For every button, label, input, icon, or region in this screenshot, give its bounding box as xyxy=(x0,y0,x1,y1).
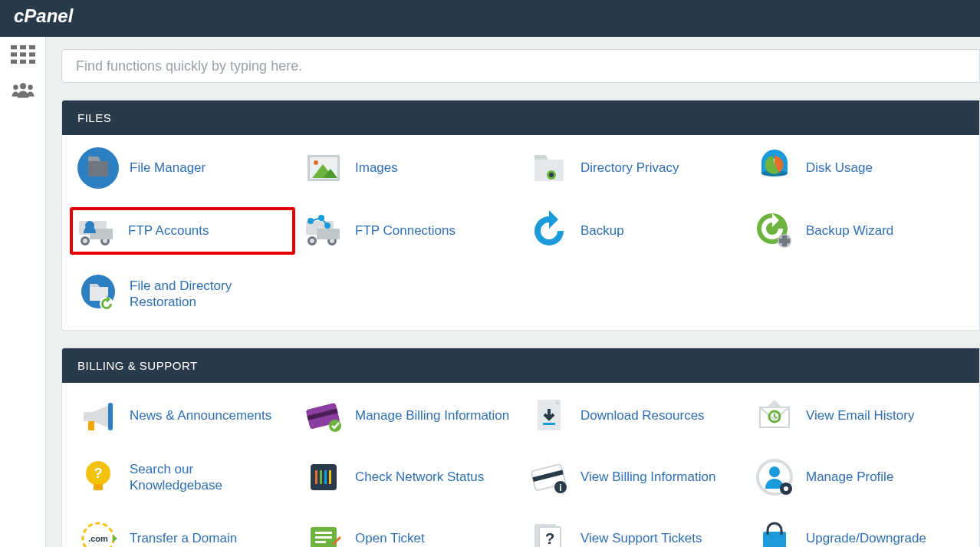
item-label[interactable]: Manage Billing Information xyxy=(355,407,509,423)
item-transfer-domain[interactable]: .com Transfer a Domain xyxy=(70,516,295,547)
sidebar xyxy=(0,37,46,547)
item-disk-usage[interactable]: Disk Usage xyxy=(746,146,972,190)
item-images[interactable]: Images xyxy=(295,146,521,190)
item-label[interactable]: Manage Profile xyxy=(806,469,893,485)
svg-point-81 xyxy=(784,486,788,491)
svg-point-11 xyxy=(13,85,18,90)
svg-point-32 xyxy=(83,239,87,243)
svg-text:?: ? xyxy=(94,466,103,481)
item-manage-billing[interactable]: Manage Billing Information xyxy=(295,394,521,438)
svg-rect-67 xyxy=(94,484,103,490)
item-backup[interactable]: Backup xyxy=(521,207,746,255)
search-input[interactable] xyxy=(61,49,980,83)
open-ticket-icon xyxy=(303,518,344,547)
item-open-ticket[interactable]: Open Ticket xyxy=(295,516,521,547)
item-label[interactable]: Directory Privacy xyxy=(580,160,679,176)
item-support-tickets[interactable]: ? View Support Tickets xyxy=(521,516,746,547)
svg-rect-49 xyxy=(779,239,790,243)
svg-point-39 xyxy=(310,239,314,243)
item-label[interactable]: Open Ticket xyxy=(355,530,425,546)
item-upgrade[interactable]: Upgrade/Downgrade xyxy=(746,516,972,547)
svg-point-25 xyxy=(549,173,554,177)
item-label[interactable]: Images xyxy=(355,160,398,176)
download-icon xyxy=(528,395,570,437)
item-file-manager[interactable]: File Manager xyxy=(70,146,295,190)
svg-rect-8 xyxy=(20,60,26,64)
item-ftp-accounts[interactable]: FTP Accounts xyxy=(70,207,295,255)
item-news[interactable]: News & Announcements xyxy=(70,394,295,438)
grid-icon xyxy=(11,44,35,64)
item-label[interactable]: Disk Usage xyxy=(806,160,873,176)
file-restore-icon xyxy=(77,273,119,315)
svg-rect-5 xyxy=(20,52,26,56)
item-download[interactable]: Download Resources xyxy=(521,394,746,438)
sidebar-users-button[interactable] xyxy=(0,72,46,107)
svg-rect-62 xyxy=(543,423,555,425)
item-label[interactable]: Search our Knowledgebase xyxy=(130,461,288,494)
shopping-bag-icon xyxy=(754,518,795,547)
item-label[interactable]: Download Resources xyxy=(580,407,705,423)
item-manage-profile[interactable]: Manage Profile xyxy=(746,455,972,499)
svg-rect-16 xyxy=(88,161,108,176)
svg-rect-71 xyxy=(320,470,322,484)
item-network-status[interactable]: Check Network Status xyxy=(295,455,521,499)
svg-text:cPanel: cPanel xyxy=(14,7,74,26)
panel-header-billing: BILLING & SUPPORT xyxy=(62,348,979,383)
svg-rect-9 xyxy=(29,60,35,64)
svg-text:i: i xyxy=(559,483,561,493)
item-label[interactable]: File Manager xyxy=(130,160,206,176)
item-ftp-connections[interactable]: FTP Connections xyxy=(295,207,521,255)
svg-rect-3 xyxy=(29,45,35,49)
transfer-domain-icon: .com xyxy=(77,518,119,547)
svg-rect-86 xyxy=(315,532,332,534)
item-label[interactable]: Check Network Status xyxy=(355,469,484,485)
item-label[interactable]: Backup Wizard xyxy=(806,222,893,239)
svg-rect-42 xyxy=(317,229,340,239)
svg-text:.com: .com xyxy=(88,534,108,543)
svg-rect-87 xyxy=(315,536,332,539)
images-icon xyxy=(303,147,344,189)
item-label[interactable]: News & Announcements xyxy=(130,407,271,423)
svg-point-79 xyxy=(769,466,780,477)
svg-rect-55 xyxy=(108,403,113,430)
item-label[interactable]: Upgrade/Downgrade xyxy=(806,530,926,546)
item-label[interactable]: FTP Accounts xyxy=(128,222,209,239)
item-directory-privacy[interactable]: Directory Privacy xyxy=(521,146,746,190)
item-view-billing[interactable]: i View Billing Information xyxy=(521,455,746,499)
search-wrap xyxy=(61,49,980,83)
svg-point-19 xyxy=(314,160,318,165)
item-label[interactable]: FTP Connections xyxy=(355,222,455,239)
envelope-icon xyxy=(754,395,795,437)
item-label[interactable]: View Support Tickets xyxy=(580,530,702,546)
svg-marker-54 xyxy=(84,404,111,429)
disk-usage-icon xyxy=(754,147,795,189)
server-status-icon xyxy=(303,456,344,498)
item-label[interactable]: Transfer a Domain xyxy=(130,530,237,546)
backup-icon xyxy=(528,210,570,252)
file-manager-icon xyxy=(77,147,119,189)
panel-files: FILES File Manager Images xyxy=(61,100,980,331)
cpanel-logo: cPanel xyxy=(14,7,100,30)
svg-rect-7 xyxy=(11,60,17,64)
svg-rect-4 xyxy=(11,52,17,56)
item-backup-wizard[interactable]: Backup Wizard xyxy=(746,207,972,255)
item-label[interactable]: View Email History xyxy=(806,407,914,423)
svg-rect-2 xyxy=(20,45,26,49)
users-icon xyxy=(11,80,35,100)
support-tickets-icon: ? xyxy=(528,518,570,547)
panel-header-files: FILES xyxy=(62,101,979,135)
svg-point-12 xyxy=(28,85,32,90)
svg-marker-23 xyxy=(534,155,548,160)
item-knowledgebase[interactable]: ? Search our Knowledgebase xyxy=(70,455,295,499)
item-label[interactable]: View Billing Information xyxy=(580,469,715,485)
sidebar-apps-button[interactable] xyxy=(0,37,46,72)
svg-rect-73 xyxy=(329,470,331,484)
main-content: FILES File Manager Images xyxy=(46,37,980,547)
item-file-restore[interactable]: File and Directory Restoration xyxy=(70,272,295,316)
item-label[interactable]: Backup xyxy=(580,222,624,239)
svg-rect-88 xyxy=(315,541,326,543)
item-label[interactable]: File and Directory Restoration xyxy=(130,278,288,311)
profile-gear-icon xyxy=(754,456,795,498)
item-email-history[interactable]: View Email History xyxy=(746,394,972,438)
svg-text:?: ? xyxy=(545,530,554,547)
